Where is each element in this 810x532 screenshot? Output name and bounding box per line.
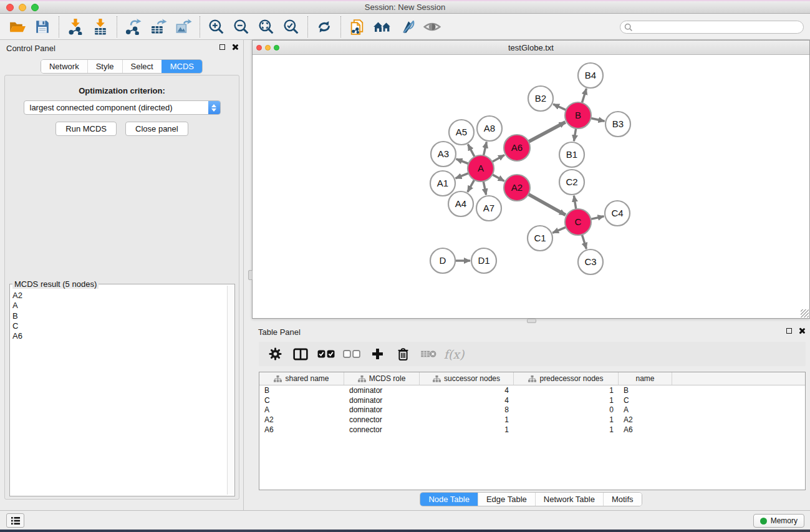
result-scrollbar[interactable] (227, 286, 234, 495)
graph-node-C[interactable]: C (565, 209, 591, 235)
graph-edge-B-B3[interactable] (591, 118, 605, 122)
table-settings-button[interactable] (265, 345, 285, 364)
zoom-selected-button[interactable] (279, 16, 304, 37)
close-panel-icon[interactable] (231, 44, 238, 51)
memory-button[interactable]: Memory (753, 514, 804, 528)
graph-node-A2[interactable]: A2 (504, 175, 530, 201)
network-canvas[interactable]: B4B2BB3A5A8A6B1A3AC2A1A2A4A7C4CC1C3DD1 (253, 55, 809, 318)
graph-node-D1[interactable]: D1 (471, 248, 496, 273)
graph-edge-A-A8[interactable] (484, 142, 487, 156)
mcds-result-item[interactable]: A (12, 301, 226, 311)
graph-node-C3[interactable]: C3 (578, 249, 603, 274)
window-resize-grip[interactable] (801, 309, 809, 317)
tab-network[interactable]: Network (41, 60, 87, 73)
graph-edge-A-A6[interactable] (492, 155, 504, 162)
graph-node-A5[interactable]: A5 (449, 120, 474, 145)
home-button[interactable] (370, 16, 395, 37)
zoom-in-button[interactable] (204, 16, 229, 37)
graph-node-C2[interactable]: C2 (559, 170, 584, 195)
tab-select[interactable]: Select (122, 60, 162, 73)
tab-style[interactable]: Style (87, 60, 122, 73)
float-table-panel-icon[interactable] (786, 328, 792, 334)
graph-edge-A-A5[interactable] (468, 144, 475, 157)
close-panel-button[interactable]: Close panel (125, 122, 188, 136)
graph-node-A8[interactable]: A8 (477, 116, 502, 141)
show-column-button[interactable] (291, 345, 311, 364)
graph-node-A6[interactable]: A6 (504, 135, 530, 161)
graph-edge-A-A3[interactable] (456, 159, 469, 164)
zoom-out-button[interactable] (229, 16, 254, 37)
zoom-fit-button[interactable] (254, 16, 279, 37)
close-table-panel-icon[interactable] (798, 327, 805, 334)
export-image-button[interactable] (171, 16, 196, 37)
hide-graphics-details-button[interactable] (395, 16, 420, 37)
column-header-MCDS-role[interactable]: MCDS role (344, 372, 420, 385)
zoom-network-window-button[interactable] (274, 45, 279, 51)
select-all-button[interactable] (316, 345, 336, 364)
tab-node-table[interactable]: Node Table (420, 493, 478, 506)
graph-node-B3[interactable]: B3 (605, 112, 630, 137)
graph-node-A3[interactable]: A3 (431, 142, 456, 167)
copy-session-button[interactable] (345, 16, 370, 37)
mcds-result-item[interactable]: C (12, 321, 226, 331)
table-row[interactable]: A2connector11A2 (259, 415, 805, 425)
graph-node-A7[interactable]: A7 (476, 196, 501, 221)
search-input[interactable] (633, 22, 803, 32)
save-session-button[interactable] (30, 16, 55, 37)
graph-node-D[interactable]: D (430, 248, 455, 273)
graph-edge-A-A2[interactable] (493, 175, 504, 181)
graph-edge-C-C2[interactable] (574, 196, 576, 210)
export-table-button[interactable] (146, 16, 171, 37)
zoom-window-button[interactable] (31, 4, 39, 11)
function-builder-button[interactable]: f(x) (444, 345, 464, 364)
tab-edge-table[interactable]: Edge Table (478, 493, 535, 506)
graph-node-A1[interactable]: A1 (430, 171, 455, 196)
tab-motifs[interactable]: Motifs (603, 493, 642, 506)
network-window-titlebar[interactable]: testGlobe.txt (253, 41, 809, 55)
graph-edge-C-C3[interactable] (582, 235, 586, 249)
graph-edge-B-B1[interactable] (574, 128, 576, 142)
graph-node-A[interactable]: A (468, 155, 494, 181)
deselect-all-button[interactable] (342, 345, 362, 364)
show-view-button[interactable] (420, 16, 445, 37)
column-header-name[interactable]: name (619, 372, 672, 385)
close-network-window-button[interactable] (256, 45, 262, 51)
import-network-button[interactable] (63, 16, 88, 37)
mcds-result-item[interactable]: B (12, 311, 226, 321)
graph-edge-A6-B[interactable] (529, 122, 566, 142)
run-mcds-button[interactable]: Run MCDS (55, 122, 117, 136)
graph-edge-A-A4[interactable] (468, 180, 475, 192)
criterion-dropdown[interactable]: largest connected component (directed) (24, 100, 221, 115)
graph-edge-A-A1[interactable] (456, 173, 469, 178)
minimize-network-window-button[interactable] (265, 45, 271, 51)
tab-network-table[interactable]: Network Table (535, 493, 603, 506)
import-table-button[interactable] (88, 16, 113, 37)
graph-node-B1[interactable]: B1 (559, 142, 584, 167)
add-row-button[interactable] (367, 345, 387, 364)
table-row[interactable]: A6connector11A6 (259, 425, 805, 435)
export-network-button[interactable] (121, 16, 146, 37)
graph-edge-B-B2[interactable] (553, 104, 566, 110)
graph-node-B4[interactable]: B4 (578, 63, 603, 88)
mcds-result-item[interactable]: A2 (12, 291, 226, 301)
delete-table-button[interactable] (418, 345, 438, 364)
table-row[interactable]: Adominator80A (259, 405, 805, 415)
graph-edge-C-C4[interactable] (591, 216, 604, 220)
horizontal-splitter-handle[interactable] (527, 319, 536, 323)
refresh-button[interactable] (312, 16, 337, 37)
close-window-button[interactable] (6, 4, 14, 11)
open-file-button[interactable] (5, 16, 30, 37)
column-header-successor-nodes[interactable]: successor nodes (420, 372, 514, 385)
tab-mcds[interactable]: MCDS (162, 60, 202, 73)
graph-edge-A2-C[interactable] (528, 194, 566, 215)
graph-edge-C-C1[interactable] (552, 227, 566, 233)
minimize-window-button[interactable] (19, 4, 26, 11)
graph-node-A4[interactable]: A4 (448, 191, 473, 216)
table-row[interactable]: Cdominator41C (259, 395, 805, 405)
task-history-button[interactable] (6, 513, 24, 528)
graph-node-B2[interactable]: B2 (528, 86, 553, 111)
graph-node-C4[interactable]: C4 (605, 201, 630, 226)
search-box[interactable] (620, 21, 804, 34)
column-header-predecessor-nodes[interactable]: predecessor nodes (514, 372, 619, 385)
column-header-shared-name[interactable]: shared name (259, 372, 344, 385)
